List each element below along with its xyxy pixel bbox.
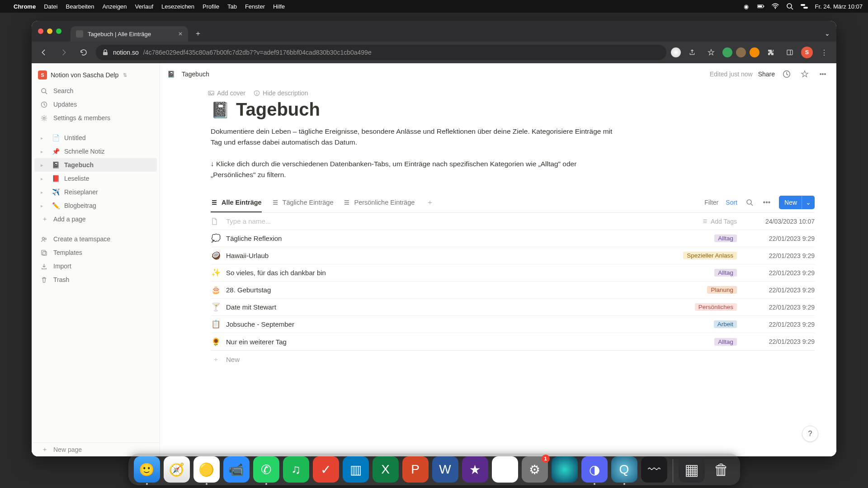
db-row[interactable]: 🥥Hawaii-UrlaubSpezieller Anlass22/01/202… [211,247,815,264]
db-more-icon[interactable]: ••• [762,197,772,207]
menu-verlauf[interactable]: Verlauf [135,3,153,10]
db-row[interactable]: ✨So vieles, für das ich dankbar binAllta… [211,264,815,282]
dock-app-zoom[interactable]: 📹 [223,456,250,483]
new-tab-button[interactable]: ＋ [192,27,204,40]
help-fab[interactable]: ? [802,426,818,442]
menubar-app-name[interactable]: Chrome [14,3,36,10]
sidebar-page-item[interactable]: ▸ ✏️ Blogbeitrag [34,199,157,212]
menu-lesezeichen[interactable]: Lesezeichen [161,3,194,10]
sidebar-settings[interactable]: Settings & members [34,111,157,125]
row-tag[interactable]: Persönliches [695,303,737,311]
workspace-switcher[interactable]: S Notion von Sascha Delp ⇅ [32,67,160,84]
dock-app-trello[interactable]: ▥ [343,456,369,483]
nav-reload-button[interactable] [76,45,91,60]
row-tag[interactable]: Arbeit [714,320,737,328]
db-sort-button[interactable]: Sort [726,199,737,206]
window-maximize-button[interactable] [56,28,61,34]
dock-app-chrome[interactable]: 🟡 [193,456,220,483]
ext-google-icon[interactable] [671,47,681,57]
sidebar-teamspace[interactable]: Create a teamspace [34,232,157,246]
browser-tab[interactable]: Tagebuch | Alle Einträge ✕ [71,26,188,42]
sidebar-trash[interactable]: Trash [34,273,157,286]
dock-trash[interactable]: 🗑 [708,456,735,483]
page-title-icon[interactable]: 📓 [211,101,230,119]
page-hint[interactable]: ↓ Klicke dich durch die verschiedenen Da… [211,159,618,180]
add-cover-button[interactable]: Add cover [208,89,245,97]
row-title[interactable]: Hawaii-Urlaub [226,252,650,259]
breadcrumb[interactable]: Tagebuch [182,70,209,78]
chevron-right-icon[interactable]: ▸ [41,203,47,208]
clock-updates-icon[interactable] [780,68,793,80]
db-row[interactable]: 💭Tägliche ReflexionAlltag22/01/2023 9:29 [211,230,815,247]
db-new-button[interactable]: New ⌄ [779,196,815,209]
db-new-row[interactable]: ＋ New [211,351,815,368]
sidebar-page-item[interactable]: ▸ 📕 Leseliste [34,172,157,185]
db-row[interactable]: 🌻Nur ein weiterer TagAlltag22/01/2023 9:… [211,333,815,350]
sidebar-page-item[interactable]: ▸ 📄 Untitled [34,131,157,145]
menubar-clock[interactable]: Fr. 24. März 10:07 [815,3,863,10]
db-view-personal[interactable]: Persönliche Einträge [343,193,415,212]
wifi-icon[interactable] [772,3,779,10]
dock-app-voice-memo[interactable]: 〰 [641,456,667,483]
row-title-placeholder[interactable]: Type a name... [226,217,650,225]
row-tag[interactable]: Spezieller Anlass [683,252,737,259]
menu-fenster[interactable]: Fenster [245,3,265,10]
db-row[interactable]: 🎂28. GeburtstagPlanung22/01/2023 9:29 [211,282,815,299]
favorite-star-icon[interactable] [798,68,811,80]
address-bar[interactable]: notion.so/4c786e029edf435c80a67b00fc7d2d… [96,45,666,60]
db-row[interactable]: Type a name...Add Tags24/03/2023 10:07 [211,213,815,230]
row-title[interactable]: So vieles, für das ich dankbar bin [226,269,650,277]
nav-forward-button[interactable] [56,45,71,60]
sidebar-updates[interactable]: Updates [34,98,157,111]
sidebar-page-item[interactable]: ▸ ✈️ Reiseplaner [34,185,157,199]
add-view-button[interactable]: ＋ [425,197,435,208]
chevron-right-icon[interactable]: ▸ [41,190,47,195]
nav-back-button[interactable] [36,45,52,60]
dock-app-siri[interactable] [552,456,578,483]
more-menu-icon[interactable]: ••• [816,68,829,80]
spotlight-icon[interactable] [786,3,793,10]
sidebar-import[interactable]: Import [34,259,157,273]
dock-app-excel[interactable]: X [373,456,399,483]
chevron-right-icon[interactable]: ▸ [41,149,47,154]
share-button[interactable]: Share [758,70,775,78]
dock-app-discord[interactable]: ◑ [581,456,608,483]
chevron-right-icon[interactable]: ▸ [41,163,47,168]
row-title[interactable]: Nur ein weiterer Tag [226,338,650,346]
menu-profile[interactable]: Profile [203,3,219,10]
hide-description-button[interactable]: Hide description [254,89,308,97]
dock-app-spotify[interactable]: ♫ [283,456,309,483]
dock-app-finder[interactable]: 🙂 [134,456,160,483]
screen-record-icon[interactable]: ◉ [743,3,750,10]
dock-app-word[interactable]: W [432,456,458,483]
ext-green-icon[interactable] [722,47,732,57]
db-row[interactable]: 📋Jobsuche - SeptemberArbeit22/01/2023 9:… [211,316,815,333]
db-view-all[interactable]: Alle Einträge [211,193,262,212]
db-filter-button[interactable]: Filter [704,199,718,206]
db-view-daily[interactable]: Tägliche Einträge [272,193,334,212]
add-tags-button[interactable]: Add Tags [702,218,737,225]
control-center-icon[interactable] [801,3,808,10]
chrome-profile-avatar[interactable]: S [801,47,813,58]
dock-app-powerpoint[interactable]: P [402,456,429,483]
sidebar-page-item[interactable]: ▸ 📌 Schnelle Notiz [34,145,157,158]
battery-icon[interactable] [757,3,764,10]
window-minimize-button[interactable] [47,28,52,34]
tab-overflow-icon[interactable]: ⌄ [825,30,830,37]
row-tag[interactable]: Alltag [714,235,737,242]
row-tag[interactable]: Alltag [714,338,737,346]
dock-mission-control[interactable]: ▦ [679,456,705,483]
share-button[interactable] [684,45,700,60]
dock-app-safari[interactable]: 🧭 [164,456,190,483]
dock-app-drive[interactable]: ▲ [492,456,518,483]
sidebar-page-item[interactable]: ▸ 📓 Tagebuch [34,158,157,172]
menu-bearbeiten[interactable]: Bearbeiten [66,3,94,10]
db-row[interactable]: 🍸Date mit StewartPersönliches22/01/2023 … [211,299,815,316]
sidepanel-icon[interactable] [782,45,797,60]
chevron-right-icon[interactable]: ▸ [41,176,47,181]
row-title[interactable]: Jobsuche - September [226,320,650,328]
row-title[interactable]: Date mit Stewart [226,303,650,311]
extensions-puzzle-icon[interactable] [763,45,778,60]
db-search-icon[interactable] [745,197,755,207]
ext-brown-icon[interactable] [736,47,746,57]
